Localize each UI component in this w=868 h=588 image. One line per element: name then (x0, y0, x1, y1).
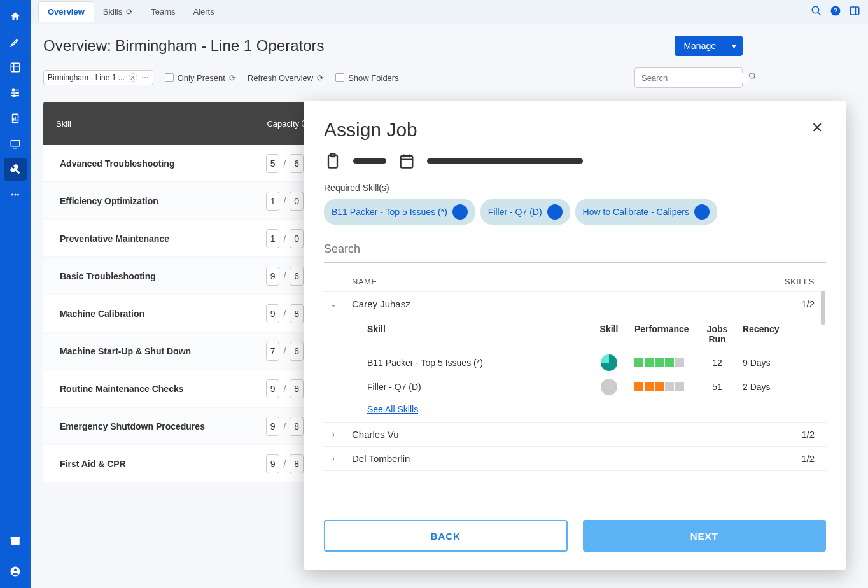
worker-row[interactable]: › Del Tomberlin 1/2 (324, 447, 826, 471)
cap-value-a: 9 (266, 267, 280, 286)
nav-home-icon[interactable] (4, 5, 27, 28)
skill-chip[interactable]: B11 Packer - Top 5 Issues (*) (324, 199, 475, 225)
top-tab-bar: Overview Skills⟳ Teams Alerts ? (31, 0, 868, 24)
chevron-right-icon[interactable]: › (324, 430, 343, 439)
refresh-overview-link[interactable]: Refresh Overview ⟳ (248, 73, 324, 83)
slash: / (283, 346, 286, 356)
perf-box (675, 382, 684, 391)
worker-skill-count: 1/2 (775, 298, 826, 309)
tab-skills[interactable]: Skills⟳ (94, 1, 142, 22)
modal-title: Assign Job (324, 119, 417, 141)
scrollbar[interactable] (821, 291, 825, 325)
wd-h-perf: Performance (634, 324, 698, 344)
tab-label: Teams (151, 7, 175, 17)
svg-point-15 (11, 194, 13, 196)
filter-row: Birmingham - Line 1 ... ✕ ⋯ Only Present… (43, 67, 743, 88)
checkbox-label: Show Folders (348, 73, 398, 83)
skill-chip[interactable]: Filler - Q7 (D) (480, 199, 570, 225)
slash: / (283, 459, 286, 469)
worker-name: Charles Vu (343, 429, 775, 440)
wd-rec: 2 Days (736, 382, 794, 392)
nav-report-icon[interactable] (4, 107, 27, 130)
tab-overview[interactable]: Overview (38, 1, 94, 22)
search-icon[interactable] (748, 72, 755, 83)
worker-row[interactable]: › Charles Vu 1/2 (324, 423, 826, 447)
checkbox-icon (165, 73, 174, 82)
worker-table: NAME SKILLS ⌄ Carey Juhasz 1/2 Skill Ski… (324, 272, 826, 508)
manage-button[interactable]: Manage (675, 36, 725, 56)
more-icon[interactable]: ⋯ (141, 73, 149, 82)
pie-icon (452, 204, 468, 220)
show-folders-checkbox[interactable]: Show Folders (335, 73, 398, 83)
nav-filter-icon[interactable] (4, 81, 27, 104)
page-title: Overview: Birmingham - Line 1 Operators (43, 37, 325, 55)
perf-box (675, 358, 684, 367)
see-all-skills-link[interactable]: See All Skills (367, 404, 418, 414)
svg-rect-13 (11, 141, 20, 146)
refresh-icon: ⟳ (126, 7, 133, 17)
only-present-checkbox[interactable]: Only Present ⟳ (165, 73, 236, 83)
checkbox-icon (335, 73, 344, 82)
location-tag: Birmingham - Line 1 ... (48, 73, 125, 82)
cap-value-a: 1 (266, 192, 280, 211)
pie-icon (694, 204, 710, 220)
wd-perf (634, 382, 698, 391)
panel-icon[interactable] (849, 5, 860, 19)
td-skill: First Aid & CPR (43, 459, 266, 469)
svg-line-29 (754, 78, 755, 80)
cap-value-a: 9 (266, 454, 280, 473)
cap-value-b: 8 (290, 454, 304, 473)
modal-header: Assign Job ✕ (324, 119, 826, 141)
next-button[interactable]: NEXT (583, 520, 827, 552)
skill-chips: B11 Packer - Top 5 Issues (*) Filler - Q… (324, 199, 826, 225)
wd-perf (634, 358, 698, 367)
skill-chip[interactable]: How to Calibrate - Calipers (575, 199, 717, 225)
search-input[interactable] (641, 73, 748, 83)
perf-box (634, 358, 643, 367)
cap-value-b: 6 (290, 342, 304, 361)
cap-value-b: 0 (290, 229, 304, 248)
chip-label: B11 Packer - Top 5 Issues (*) (332, 207, 447, 217)
nav-tools-icon[interactable] (4, 158, 27, 181)
chevron-right-icon[interactable]: › (324, 454, 343, 463)
help-icon[interactable]: ? (830, 5, 841, 19)
modal-search-input[interactable] (324, 236, 826, 263)
nav-archive-icon[interactable] (4, 529, 27, 552)
tab-alerts[interactable]: Alerts (184, 1, 223, 22)
nav-more-icon[interactable] (4, 183, 27, 206)
cap-value-b: 8 (290, 417, 304, 436)
search-icon[interactable] (811, 5, 822, 19)
clipboard-icon (324, 152, 342, 170)
nav-account-icon[interactable] (4, 560, 27, 583)
tab-teams[interactable]: Teams (142, 1, 184, 22)
svg-text:?: ? (834, 6, 837, 14)
close-icon[interactable]: ✕ (808, 119, 826, 137)
back-button[interactable]: BACK (324, 520, 568, 552)
svg-point-8 (13, 95, 15, 97)
wd-row: Filler - Q7 (D) 51 2 Days (367, 375, 826, 399)
location-tag-input[interactable]: Birmingham - Line 1 ... ✕ ⋯ (43, 70, 153, 85)
tab-label: Overview (48, 7, 85, 17)
chevron-down-icon[interactable]: ⌄ (324, 300, 343, 309)
cap-value-b: 0 (290, 192, 304, 211)
cap-value-b: 6 (290, 267, 304, 286)
worker-row[interactable]: ⌄ Carey Juhasz 1/2 (324, 292, 826, 316)
wd-skill: B11 Packer - Top 5 Issues (*) (367, 358, 584, 368)
remove-tag-icon[interactable]: ✕ (129, 73, 137, 82)
nav-edit-icon[interactable] (4, 31, 27, 53)
wd-jobs: 51 (698, 382, 736, 392)
manage-dropdown-caret[interactable]: ▾ (725, 36, 743, 56)
nav-grid-icon[interactable] (4, 56, 27, 79)
nav-display-icon[interactable] (4, 132, 27, 155)
search-box[interactable] (634, 67, 743, 88)
svg-point-28 (750, 73, 755, 78)
pie-icon (601, 354, 617, 371)
perf-box (645, 358, 654, 367)
slash: / (283, 271, 286, 281)
worker-name: Carey Juhasz (343, 298, 775, 309)
modal-footer: BACK NEXT (324, 520, 826, 552)
td-skill: Emergency Shutdown Procedures (43, 421, 266, 431)
chip-label: How to Calibrate - Calipers (583, 207, 689, 217)
slash: / (283, 196, 286, 206)
perf-box (655, 382, 664, 391)
